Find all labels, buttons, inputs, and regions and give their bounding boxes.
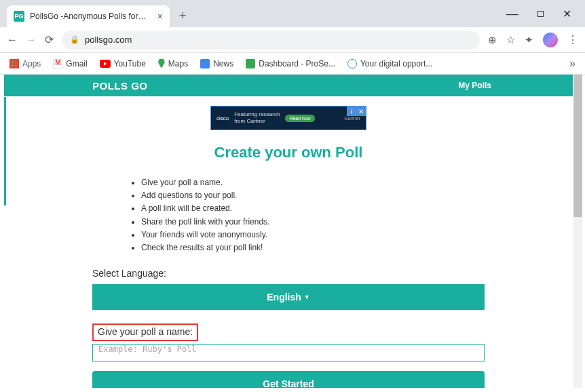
bookmark-label: Dashboard - ProSe... xyxy=(259,59,335,68)
poll-name-highlight: Give your poll a name: xyxy=(92,324,198,341)
bookmark-label: YouTube xyxy=(114,59,146,68)
google-icon xyxy=(347,59,357,68)
window-minimize-icon[interactable]: — xyxy=(506,7,518,21)
instruction-item: Add questions to your poll. xyxy=(141,189,485,202)
zoom-icon[interactable]: ⊕ xyxy=(488,34,497,46)
bookmark-label: News xyxy=(213,59,233,68)
poll-name-label: Give your poll a name: xyxy=(98,326,193,337)
ad-partner: Gartner xyxy=(344,116,360,121)
site-header: POLLS GO My Polls xyxy=(4,75,573,96)
url-text: pollsgo.com xyxy=(85,35,132,45)
get-started-button[interactable]: Get Started xyxy=(92,371,485,388)
instructions-list: Give your poll a name. Add questions to … xyxy=(92,176,485,254)
instruction-item: Give your poll a name. xyxy=(141,176,485,189)
lock-icon: 🔒 xyxy=(70,35,79,44)
url-input[interactable]: 🔒 pollsgo.com xyxy=(62,31,480,50)
chevron-down-icon: ▼ xyxy=(304,294,310,300)
window-close-icon[interactable]: ✕ xyxy=(563,7,571,20)
select-language-label: Select Language: xyxy=(92,268,485,279)
favicon-icon: PG xyxy=(14,11,24,22)
poll-name-input[interactable] xyxy=(92,344,485,361)
profile-avatar[interactable] xyxy=(543,33,558,47)
bookmarks-bar: Apps Gmail YouTube Maps News Dashboard -… xyxy=(0,53,585,75)
instruction-item: Your friends will vote anonymously. xyxy=(141,229,485,241)
bookmark-label: Gmail xyxy=(66,59,87,68)
bookmark-label: Apps xyxy=(22,59,41,68)
browser-tab-bar: PG PollsGo -Anonymous Polls for W × + xyxy=(0,0,585,27)
bookmark-apps[interactable]: Apps xyxy=(10,59,41,68)
ad-close-icon[interactable]: ✕ xyxy=(356,106,366,116)
bookmark-maps[interactable]: Maps xyxy=(158,59,188,68)
menu-icon[interactable]: ⋮ xyxy=(567,33,578,46)
youtube-icon xyxy=(100,60,111,68)
apps-icon xyxy=(10,59,19,68)
bookmark-news[interactable]: News xyxy=(200,59,233,68)
page-heading: Create your own Poll xyxy=(92,144,485,161)
scrollbar-thumb[interactable] xyxy=(573,75,582,217)
instruction-item: Check the results at your poll link! xyxy=(141,241,485,254)
scrollbar[interactable] xyxy=(573,75,582,388)
left-accent-strip xyxy=(4,97,6,205)
tab-close-icon[interactable]: × xyxy=(157,11,163,22)
bookmark-label: Maps xyxy=(168,59,188,68)
window-maximize-icon[interactable] xyxy=(537,11,544,17)
ad-text: Featuring researchfrom Gartner xyxy=(234,111,280,124)
address-bar: ← → ⟳ 🔒 pollsgo.com ⊕ ☆ ✦ ⋮ xyxy=(0,27,585,53)
ad-cta-button[interactable]: Read now xyxy=(285,115,315,122)
window-controls: — ✕ xyxy=(506,0,585,27)
bookmark-dashboard[interactable]: Dashboard - ProSe... xyxy=(246,59,335,68)
bookmark-youtube[interactable]: YouTube xyxy=(100,59,146,68)
star-icon[interactable]: ☆ xyxy=(506,34,515,46)
new-tab-button[interactable]: + xyxy=(179,9,187,23)
instruction-item: Share the poll link with your friends. xyxy=(141,216,485,229)
bookmarks-overflow-icon[interactable]: » xyxy=(569,58,575,70)
language-value: English xyxy=(267,292,301,302)
gmail-icon xyxy=(53,59,62,68)
bookmark-digital[interactable]: Your digital opport... xyxy=(347,59,432,68)
forward-button[interactable]: → xyxy=(26,34,37,46)
reload-button[interactable]: ⟳ xyxy=(45,33,54,46)
instruction-item: A poll link will be created. xyxy=(141,202,485,215)
back-button[interactable]: ← xyxy=(7,34,18,46)
ad-brand: cisco xyxy=(216,115,229,121)
my-polls-link[interactable]: My Polls xyxy=(458,81,491,90)
dashboard-icon xyxy=(246,59,255,68)
bookmark-gmail[interactable]: Gmail xyxy=(53,59,87,68)
maps-icon xyxy=(158,59,165,68)
site-logo[interactable]: POLLS GO xyxy=(92,80,148,92)
browser-tab[interactable]: PG PollsGo -Anonymous Polls for W × xyxy=(7,5,170,27)
language-dropdown[interactable]: English ▼ xyxy=(92,284,485,310)
extensions-icon[interactable]: ✦ xyxy=(525,34,533,46)
bookmark-label: Your digital opport... xyxy=(360,59,432,68)
page-content: POLLS GO My Polls i ✕ cisco Featuring re… xyxy=(4,75,573,388)
ad-info-icon[interactable]: i xyxy=(347,106,356,116)
tab-title: PollsGo -Anonymous Polls for W xyxy=(30,12,148,21)
news-icon xyxy=(200,59,210,68)
ad-banner[interactable]: i ✕ cisco Featuring researchfrom Gartner… xyxy=(210,106,366,130)
